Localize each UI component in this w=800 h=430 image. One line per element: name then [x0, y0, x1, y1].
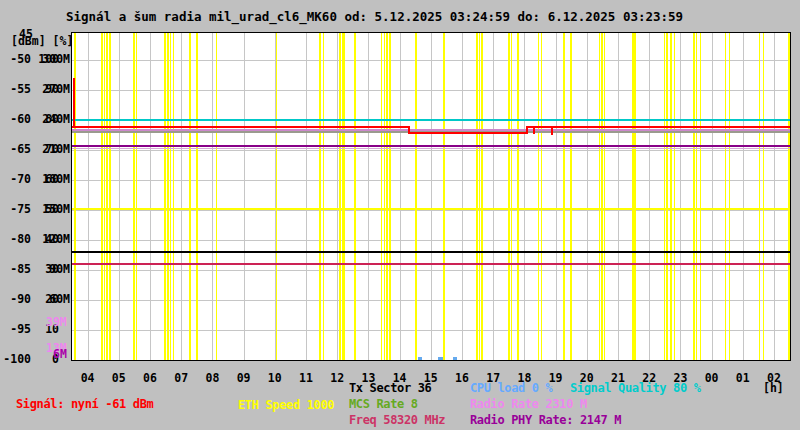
grid-line-vertical — [649, 33, 650, 360]
grid-line-vertical — [743, 33, 744, 360]
eth-event-line — [323, 33, 325, 360]
y-tick-rate-colored: 39M — [46, 315, 67, 329]
grid-line-horizontal — [72, 330, 790, 331]
eth-event-line — [541, 33, 543, 360]
eth-event-line — [386, 33, 388, 360]
y-axis-row: -853090M — [0, 263, 70, 276]
grid-line-horizontal — [72, 300, 790, 301]
grid-line-vertical — [431, 33, 432, 360]
y-tick-dbm: -75 — [0, 203, 31, 216]
grid-line-horizontal — [72, 210, 790, 211]
grid-line-horizontal — [72, 240, 790, 241]
axis-units-label: [dBm] [%] — [11, 34, 73, 48]
y-tick-dbm: -65 — [0, 143, 31, 156]
legend-signal-quality: Signal Quality 80 % — [570, 381, 701, 395]
y-tick-rate: 210M — [38, 143, 70, 156]
phy-avg-line — [72, 148, 790, 149]
eth-event-line — [384, 33, 386, 360]
y-tick-rate: 150M — [38, 203, 70, 216]
eth-event-line — [788, 33, 790, 360]
grid-line-horizontal — [72, 180, 790, 181]
legend-mcs-rate: MCS Rate 8 — [349, 397, 418, 411]
y-axis-row: -8040120M — [0, 233, 70, 246]
eth-event-line — [173, 33, 175, 360]
grid-line-vertical — [88, 33, 89, 360]
eth-event-line — [725, 33, 727, 360]
y-tick-rate: 300M — [38, 53, 70, 66]
y-axis-row: -6570210M — [0, 143, 70, 156]
y-tick-rate-colored: 6M — [53, 347, 67, 361]
y-axis-row: -7060180M — [0, 173, 70, 186]
eth-event-line — [674, 33, 676, 360]
signal-line-step — [551, 127, 553, 135]
eth-event-line — [170, 33, 172, 360]
x-tick-hour: 08 — [199, 371, 225, 385]
plot-area — [71, 32, 791, 361]
eth-event-line — [104, 33, 106, 360]
eth-event-line — [167, 33, 169, 360]
eth-event-line — [339, 33, 341, 360]
eth-event-line — [604, 33, 606, 360]
y-axis-row: -6080240M — [0, 113, 70, 126]
eth-event-line — [632, 33, 636, 360]
x-tick-hour: 11 — [293, 371, 319, 385]
eth-event-line — [563, 33, 565, 360]
eth-event-line — [381, 33, 383, 360]
y-tick-dbm: -90 — [0, 293, 31, 306]
eth-event-line — [729, 33, 731, 360]
y-tick-dbm: -80 — [0, 233, 31, 246]
legend-signal: Signál: nyní -61 dBm — [16, 397, 154, 411]
grid-line-vertical — [212, 33, 213, 360]
grid-line-vertical — [150, 33, 151, 360]
legend-cpu-load: CPU load 0 % — [470, 381, 553, 395]
grid-line-vertical — [244, 33, 245, 360]
grid-line-vertical — [493, 33, 494, 360]
signal-line-segment — [527, 126, 790, 128]
eth-event-line — [319, 33, 321, 360]
grid-line-vertical — [774, 33, 775, 360]
eth-event-line — [164, 33, 166, 360]
eth-event-line — [101, 33, 103, 360]
eth-event-line — [670, 33, 672, 360]
signal-quality-line — [72, 119, 790, 121]
y-axis-row: -7550150M — [0, 203, 70, 216]
y-tick-rate: 120M — [38, 233, 70, 246]
eth-event-line — [601, 33, 603, 360]
x-tick-hour: 09 — [231, 371, 257, 385]
x-axis-unit: [h] — [763, 381, 784, 395]
eth-event-line — [664, 33, 666, 360]
cpu-load-spike — [453, 357, 457, 360]
radio-signal-graph: Signál a šum radia mil_urad_cl6_MK60 od:… — [0, 0, 800, 430]
y-tick-rate: 180M — [38, 173, 70, 186]
eth-event-line — [759, 33, 761, 360]
eth-event-line — [538, 33, 540, 360]
eth-event-line — [763, 33, 765, 360]
x-tick-hour: 05 — [106, 371, 132, 385]
freq-line — [72, 263, 790, 265]
eth-event-line — [479, 33, 481, 360]
cpu-load-spike — [438, 357, 443, 360]
legend-eth-speed: ETH Speed 1000 — [238, 398, 334, 412]
y-tick-rate: 60M — [38, 293, 70, 306]
cpu-load-spike — [418, 357, 422, 360]
y-axis-row: -50100300M — [0, 53, 70, 66]
eth-event-line — [666, 33, 668, 360]
eth-event-line — [599, 33, 601, 360]
x-tick-hour: 10 — [262, 371, 288, 385]
eth-event-line — [481, 33, 483, 360]
grid-line-vertical — [556, 33, 557, 360]
legend-radio-phy-rate: Radio PHY Rate: 2147 M — [470, 413, 621, 427]
legend-freq: Freq 58320 MHz — [349, 413, 445, 427]
signal-line-step — [533, 127, 535, 134]
eth-event-line — [389, 33, 391, 360]
eth-event-line — [109, 33, 111, 360]
grid-line-vertical — [524, 33, 525, 360]
eth-event-line — [517, 33, 519, 360]
grid-line-horizontal — [72, 60, 790, 61]
eth-event-line — [443, 33, 445, 360]
eth-event-line — [342, 33, 345, 360]
x-tick-hour: 07 — [168, 371, 194, 385]
grid-line-vertical — [618, 33, 619, 360]
y-tick-dbm: -100 — [0, 353, 31, 366]
eth-event-line — [133, 33, 135, 360]
